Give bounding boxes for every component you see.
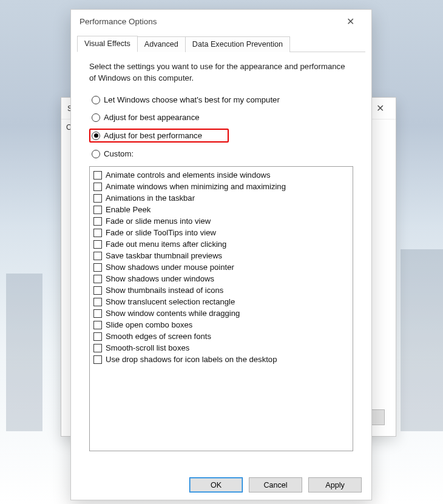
checkbox-icon[interactable]	[93, 309, 102, 318]
radio-icon[interactable]	[92, 150, 100, 158]
tab-advanced[interactable]: Advanced	[137, 36, 186, 52]
close-icon: ✕	[347, 16, 354, 27]
checkbox-icon[interactable]	[93, 217, 102, 226]
checkbox-row[interactable]: Animate windows when minimizing and maxi…	[93, 182, 349, 191]
checkbox-label: Show translucent selection rectangle	[106, 297, 235, 306]
checkbox-label: Smooth-scroll list boxes	[106, 343, 189, 352]
checkbox-row[interactable]: Smooth-scroll list boxes	[93, 343, 349, 352]
checkbox-label: Show shadows under mouse pointer	[106, 263, 234, 272]
checkbox-label: Enable Peek	[106, 205, 150, 214]
radio-icon[interactable]	[92, 113, 100, 122]
checkbox-label: Show shadows under windows	[106, 274, 214, 283]
checkbox-label: Animate controls and elements inside win…	[106, 170, 270, 180]
checkbox-icon[interactable]	[93, 183, 102, 191]
tab-data-execution-prevention[interactable]: Data Execution Prevention	[185, 36, 290, 52]
checkbox-label: Show window contents while dragging	[106, 309, 240, 318]
titlebar: Performance Options ✕	[71, 10, 371, 33]
tab-visual-effects[interactable]: Visual Effects	[77, 36, 138, 52]
radio-label: Adjust for best performance	[104, 131, 202, 140]
checkbox-row[interactable]: Animate controls and elements inside win…	[93, 170, 349, 180]
checkbox-label: Animations in the taskbar	[106, 193, 195, 203]
checkbox-icon[interactable]	[93, 252, 102, 260]
checkbox-row[interactable]: Show translucent selection rectangle	[93, 297, 349, 306]
checkbox-icon[interactable]	[93, 263, 102, 272]
radio-label: Custom:	[104, 149, 134, 158]
checkbox-row[interactable]: Fade or slide menus into view	[93, 217, 349, 226]
checkbox-row[interactable]: Fade out menu items after clicking	[93, 240, 349, 249]
radio-row[interactable]: Adjust for best performance	[89, 129, 229, 143]
checkbox-row[interactable]: Save taskbar thumbnail previews	[93, 251, 349, 260]
checkbox-label: Fade or slide ToolTips into view	[106, 228, 216, 237]
checkbox-icon[interactable]	[93, 275, 102, 283]
checkbox-icon[interactable]	[93, 171, 102, 180]
checkbox-icon[interactable]	[93, 321, 102, 329]
radio-group: Let Windows choose what's best for my co…	[89, 93, 353, 160]
checkbox-label: Smooth edges of screen fonts	[106, 332, 211, 341]
checkbox-row[interactable]: Smooth edges of screen fonts	[93, 332, 349, 341]
checkbox-row[interactable]: Use drop shadows for icon labels on the …	[93, 355, 349, 364]
checkbox-label: Use drop shadows for icon labels on the …	[106, 355, 277, 364]
checkbox-row[interactable]: Fade or slide ToolTips into view	[93, 228, 349, 237]
dialog-title: Performance Options	[79, 17, 157, 26]
checkbox-row[interactable]: Show thumbnails instead of icons	[93, 286, 349, 295]
checkbox-row[interactable]: Animations in the taskbar	[93, 193, 349, 203]
checkbox-row[interactable]: Show shadows under mouse pointer	[93, 263, 349, 272]
cancel-button[interactable]: Cancel	[249, 477, 302, 492]
checkbox-icon[interactable]	[93, 355, 102, 364]
radio-row[interactable]: Adjust for best appearance	[89, 111, 353, 124]
checkbox-icon[interactable]	[93, 206, 102, 214]
checkbox-icon[interactable]	[93, 344, 102, 352]
checkbox-label: Show thumbnails instead of icons	[106, 286, 223, 295]
dialog-buttons: OK Cancel Apply	[71, 469, 371, 500]
checkbox-row[interactable]: Show shadows under windows	[93, 274, 349, 283]
checkbox-label: Fade or slide menus into view	[106, 217, 211, 226]
checkbox-label: Save taskbar thumbnail previews	[106, 251, 222, 260]
close-icon[interactable]: ✕	[370, 102, 390, 114]
tabpanel-visual-effects: Select the settings you want to use for …	[77, 52, 365, 469]
tab-strip: Visual EffectsAdvancedData Execution Pre…	[71, 35, 371, 52]
checkbox-icon[interactable]	[93, 229, 102, 237]
radio-label: Let Windows choose what's best for my co…	[104, 95, 280, 104]
radio-icon[interactable]	[92, 96, 100, 104]
apply-button[interactable]: Apply	[308, 477, 362, 492]
radio-icon[interactable]	[92, 132, 100, 140]
radio-label: Adjust for best appearance	[104, 113, 200, 122]
checkbox-icon[interactable]	[93, 240, 102, 249]
close-button[interactable]: ✕	[337, 12, 363, 31]
visual-effects-listbox[interactable]: Animate controls and elements inside win…	[89, 166, 353, 451]
performance-options-dialog: Performance Options ✕ Visual EffectsAdva…	[70, 9, 372, 500]
checkbox-row[interactable]: Slide open combo boxes	[93, 320, 349, 329]
instructions-text: Select the settings you want to use for …	[89, 61, 353, 84]
checkbox-row[interactable]: Show window contents while dragging	[93, 309, 349, 318]
checkbox-icon[interactable]	[93, 194, 102, 203]
ok-button[interactable]: OK	[189, 477, 243, 492]
checkbox-label: Animate windows when minimizing and maxi…	[106, 182, 286, 191]
checkbox-icon[interactable]	[93, 298, 102, 306]
checkbox-label: Fade out menu items after clicking	[106, 240, 226, 249]
checkbox-row[interactable]: Enable Peek	[93, 205, 349, 214]
checkbox-icon[interactable]	[93, 332, 102, 341]
checkbox-icon[interactable]	[93, 286, 102, 295]
radio-row[interactable]: Let Windows choose what's best for my co…	[89, 93, 353, 106]
checkbox-label: Slide open combo boxes	[106, 320, 192, 329]
radio-row[interactable]: Custom:	[89, 147, 353, 160]
